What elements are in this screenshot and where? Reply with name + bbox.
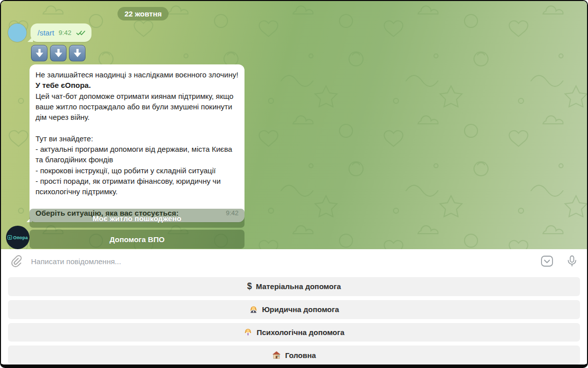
keyboard-button-label: Юридична допомога — [262, 305, 339, 314]
keyboard-button-home[interactable]: Головна — [8, 346, 580, 365]
bot-avatar[interactable]: є Опора — [6, 226, 30, 249]
bot-message-intro: Не залишайтеся наодинці з наслідками воє… — [36, 69, 238, 91]
inline-button-idp-help[interactable]: Допомога ВПО — [30, 230, 244, 249]
paperclip-icon[interactable] — [10, 255, 23, 268]
microphone-icon[interactable] — [566, 255, 578, 268]
bot-message-body: Цей чат-бот допоможе отримати киянам під… — [36, 91, 238, 197]
message-time: 9:42 — [58, 29, 71, 36]
heavy-dollar-sign-emoji: $ — [247, 281, 252, 292]
bot-logo-icon: є — [8, 235, 12, 240]
woman-health-worker-emoji — [244, 328, 252, 337]
down-arrow-emoji — [31, 45, 48, 61]
date-badge[interactable]: 22 жовтня — [118, 7, 168, 20]
keyboard-button-label: Психологічна допомога — [256, 328, 344, 337]
start-command-link[interactable]: /start — [38, 28, 54, 37]
user-avatar[interactable] — [8, 23, 26, 42]
house-emoji — [272, 351, 281, 360]
woman-judge-emoji — [249, 305, 258, 314]
bot-avatar-label: Опора — [13, 235, 28, 240]
bot-message-bubble: Не залишайтеся наодинці з наслідками воє… — [30, 64, 244, 222]
keyboard-hide-icon[interactable] — [540, 255, 554, 268]
outgoing-message-bubble: /start 9:42 — [30, 23, 92, 42]
keyboard-button-material-help[interactable]: $ Матеріальна допомога — [8, 277, 580, 296]
arrows-emoji-message — [31, 45, 86, 61]
down-arrow-emoji — [50, 45, 66, 61]
chat-message-area: 22 жовтня /start 9:42 — [1, 1, 587, 249]
keyboard-button-label: Матеріальна допомога — [256, 282, 341, 291]
message-input[interactable]: Написати повідомлення... — [31, 257, 540, 266]
message-composer: Написати повідомлення... — [1, 249, 587, 273]
telegram-chat-window: 22 жовтня /start 9:42 — [0, 0, 588, 368]
inline-button-housing-damaged[interactable]: Моє житло пошкоджено — [30, 209, 244, 228]
keyboard-button-legal-help[interactable]: Юридична допомога — [8, 300, 580, 319]
down-arrow-emoji — [69, 45, 86, 61]
double-check-icon — [76, 30, 86, 36]
keyboard-button-label: Головна — [285, 351, 316, 360]
keyboard-button-psych-help[interactable]: Психологічна допомога — [8, 323, 580, 342]
bot-reply-keyboard: $ Матеріальна допомога Юридична допомога — [1, 273, 587, 365]
